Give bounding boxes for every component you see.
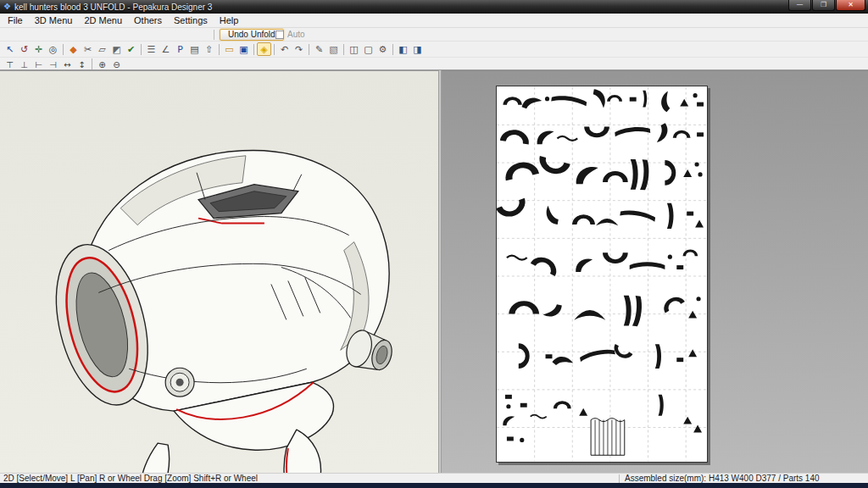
- texture-view-icon[interactable]: ◈: [257, 42, 271, 56]
- redo-icon[interactable]: ↷: [292, 42, 306, 56]
- menu-2d-menu[interactable]: 2D Menu: [78, 14, 128, 26]
- undo-unfold-button[interactable]: Undo Unfold: [220, 29, 284, 41]
- zoom-out-2d-icon[interactable]: ⊖: [109, 58, 124, 69]
- align-bottom-icon[interactable]: ⊥: [17, 58, 31, 69]
- pan-view-icon[interactable]: ✛: [31, 42, 46, 56]
- layout-vertical-icon[interactable]: ◨: [410, 42, 425, 56]
- zoom-view-icon[interactable]: ◎: [46, 42, 60, 56]
- menu-bar: File3D Menu2D MenuOthersSettingsHelp: [0, 14, 868, 28]
- pepakura-window: ❖ kell hunters blood 3 UNFOLD - Pepakura…: [0, 0, 868, 488]
- toolbar-separator: [63, 44, 64, 55]
- layout-horizontal-icon[interactable]: ◧: [396, 42, 410, 56]
- undo-icon[interactable]: ↶: [277, 42, 292, 56]
- menu-3d-menu[interactable]: 3D Menu: [29, 14, 79, 26]
- save-file-icon[interactable]: ▣: [236, 42, 251, 56]
- title-bar[interactable]: ❖ kell hunters blood 3 UNFOLD - Pepakura…: [0, 0, 868, 14]
- pattern-canvas: [497, 86, 707, 462]
- toolbar-separator: [219, 44, 220, 55]
- secondary-2d-toolbar: ⊤⊥⊢⊣↔↕⊕⊖: [0, 58, 868, 70]
- menu-others[interactable]: Others: [128, 14, 168, 26]
- zoom-in-2d-icon[interactable]: ⊕: [95, 58, 109, 69]
- join-edges-icon[interactable]: ◆: [66, 42, 81, 56]
- taskbar-edge: [0, 483, 868, 488]
- open-file-icon[interactable]: ▭: [222, 42, 236, 56]
- edit-flaps-icon[interactable]: ▱: [95, 42, 109, 56]
- auto-checkbox[interactable]: Auto: [275, 30, 305, 39]
- pen-tool-icon[interactable]: ✎: [312, 42, 326, 56]
- distribute-horizontal-icon[interactable]: ↔: [60, 58, 75, 69]
- toolbar-separator: [274, 44, 275, 55]
- status-bar: 2D [Select/Move] L [Pan] R or Wheel Drag…: [0, 473, 868, 483]
- menu-help[interactable]: Help: [214, 14, 245, 26]
- align-top-icon[interactable]: ⊤: [3, 58, 17, 69]
- toolbar-separator: [392, 44, 393, 55]
- status-separator: [619, 474, 620, 483]
- auto-checkbox-label: Auto: [287, 30, 305, 39]
- main-toolbar: ↖↺✛◎◆✂▱◩✔☰∠P▤⇧▭▣◈↶↷✎▧◫▢⚙◧◨: [0, 42, 868, 58]
- select-tool-icon[interactable]: ↖: [3, 42, 17, 56]
- unfold-toolbar: Undo Unfold Auto: [0, 28, 868, 42]
- close-button[interactable]: ✕: [836, 0, 865, 11]
- minimize-button[interactable]: —: [788, 0, 811, 11]
- toolbar-separator: [309, 44, 309, 55]
- main-area: [0, 70, 868, 473]
- divide-face-icon[interactable]: ◩: [109, 42, 124, 56]
- settings-window-icon[interactable]: ⚙: [376, 42, 390, 56]
- check-parts-icon[interactable]: ✔: [124, 42, 138, 56]
- fill-tool-icon[interactable]: ▧: [326, 42, 341, 56]
- page-number-icon[interactable]: P: [173, 42, 187, 56]
- menu-file[interactable]: File: [2, 14, 29, 26]
- 3d-model-canvas: [0, 71, 438, 473]
- rotate-view-icon[interactable]: ↺: [17, 42, 31, 56]
- auto-checkbox-box[interactable]: [275, 30, 284, 39]
- cut-edges-icon[interactable]: ✂: [81, 42, 95, 56]
- app-icon: ❖: [3, 0, 11, 14]
- align-left-icon[interactable]: ⊢: [31, 58, 46, 69]
- show-3d-window-icon[interactable]: ◫: [347, 42, 361, 56]
- menu-settings[interactable]: Settings: [168, 14, 214, 26]
- 2d-pattern-view[interactable]: [442, 70, 868, 473]
- toolbar-separator: [343, 44, 344, 55]
- maximize-button[interactable]: ❐: [812, 0, 835, 11]
- align-right-icon[interactable]: ⊣: [46, 58, 60, 69]
- ear-boss: [165, 368, 194, 396]
- export-icon[interactable]: ⇧: [202, 42, 216, 56]
- toolbar-separator: [92, 58, 92, 69]
- window-title: kell hunters blood 3 UNFOLD - Pepakura D…: [14, 3, 865, 12]
- toolbar-separator: [141, 44, 142, 55]
- 3d-viewport[interactable]: [0, 70, 438, 473]
- unfolded-parts: [497, 89, 704, 455]
- measure-icon[interactable]: ∠: [159, 42, 173, 56]
- toolbar-separator: [214, 30, 214, 40]
- print-icon[interactable]: ▤: [187, 42, 202, 56]
- pattern-sheet[interactable]: [496, 86, 708, 463]
- show-2d-window-icon[interactable]: ▢: [361, 42, 376, 56]
- window-controls: — ❐ ✕: [787, 0, 865, 11]
- part-order-icon[interactable]: ☰: [144, 42, 159, 56]
- toolbar-separator: [253, 44, 254, 55]
- distribute-vertical-icon[interactable]: ↕: [75, 58, 89, 69]
